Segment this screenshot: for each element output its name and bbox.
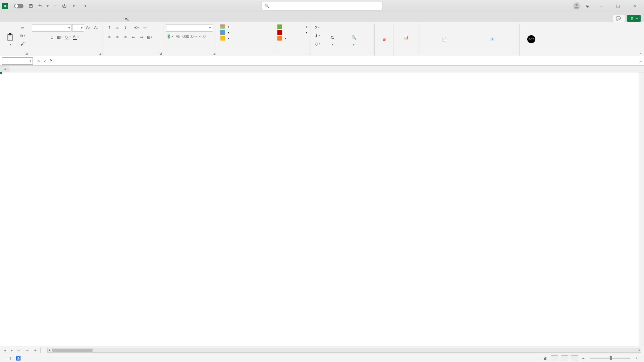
dialog-launcher-icon[interactable]: ◢ [213, 52, 215, 55]
dialog-launcher-icon[interactable]: ◢ [99, 52, 101, 55]
accept-formula-icon[interactable]: ✓ [42, 59, 48, 63]
clear-icon[interactable]: ◇ [314, 40, 321, 48]
redo-icon[interactable] [51, 2, 59, 10]
cut-icon[interactable]: ✂ [19, 24, 26, 32]
undo-icon[interactable] [36, 2, 44, 10]
align-middle-icon[interactable]: ≡ [114, 24, 121, 32]
restore-button[interactable]: ▢ [610, 1, 625, 11]
comments-button[interactable]: 💬 [613, 15, 625, 22]
align-center-icon[interactable]: ≡ [114, 34, 121, 41]
macro-record-icon[interactable]: ▢ [7, 356, 11, 361]
user-account[interactable] [571, 2, 580, 10]
fill-color-icon[interactable]: ◇ [64, 34, 71, 41]
borders-icon[interactable]: ▦ [56, 34, 63, 41]
autosum-icon[interactable]: Σ [314, 24, 321, 32]
share-button[interactable]: ⇪▾ [627, 15, 641, 22]
bold-button[interactable] [32, 34, 39, 41]
group-number: ▾ 💲 % 000 .0→ ←.0 ◢ [163, 23, 217, 56]
select-all-corner[interactable]: ◢ [0, 66, 9, 72]
dialog-launcher-icon[interactable]: ◢ [25, 52, 28, 55]
align-right-icon[interactable]: ≡ [122, 34, 129, 41]
formula-bar: ✕ ✓ fx ⌄ [0, 56, 644, 66]
pdf-links-button[interactable]: 📄 [422, 24, 467, 55]
number-format-select[interactable]: ▾ [166, 24, 213, 32]
cell-styles-button[interactable]: ▾ [220, 36, 271, 41]
paste-button[interactable]: ▾ [3, 24, 17, 55]
chatgpt-button[interactable]: GPT [522, 24, 540, 55]
font-color-icon[interactable]: A [72, 34, 79, 41]
align-left-icon[interactable]: ≡ [106, 34, 113, 41]
add-sheet-button[interactable]: ＋ [32, 347, 39, 353]
data-analysis-button[interactable]: 📊 [396, 24, 416, 51]
filename[interactable]: ▾ [83, 4, 86, 8]
orientation-icon[interactable]: ⟲ [133, 24, 141, 32]
find-icon: 🔍 [349, 33, 359, 42]
minimize-button[interactable]: ─ [594, 1, 608, 11]
vertical-scrollbar[interactable] [639, 72, 644, 347]
display-settings[interactable]: 🖥 [543, 356, 548, 361]
format-painter-icon[interactable]: 🖌 [19, 40, 26, 48]
view-pagelayout-icon[interactable] [561, 355, 568, 361]
collapse-ribbon-icon[interactable]: ⌄ [639, 51, 642, 55]
save-icon[interactable] [27, 2, 35, 10]
cond-format-icon [220, 24, 225, 29]
font-size-select[interactable]: ▾ [72, 24, 84, 32]
find-select-button[interactable]: 🔍 ▾ [344, 24, 364, 55]
sheet-nav-menu-icon[interactable]: ⋯ [15, 348, 21, 353]
sheet-more-icon[interactable]: ⋯ [23, 348, 32, 353]
format-cells-button[interactable]: ▾ [277, 36, 308, 41]
font-name-select[interactable]: ▾ [32, 24, 71, 32]
copy-icon[interactable]: ⧉ [19, 32, 26, 40]
accounting-format-icon[interactable]: 💲 [166, 33, 173, 40]
undo-dropdown-icon[interactable]: ▾ [46, 2, 50, 10]
insert-icon [277, 24, 282, 29]
percent-icon[interactable]: % [174, 33, 181, 40]
sheet-nav-next-icon[interactable]: ▸ [9, 348, 15, 353]
excel-icon: X [2, 3, 8, 9]
addins-button[interactable]: ⊞ [377, 24, 390, 55]
conditional-formatting-button[interactable]: ▾ [220, 24, 271, 29]
delete-cells-button[interactable]: ▾ [277, 30, 308, 35]
formula-input[interactable] [55, 57, 638, 65]
underline-button[interactable] [48, 34, 55, 41]
qat-customize-icon[interactable]: ▾ [70, 2, 78, 10]
pdf-outlook-button[interactable]: 📧 [468, 24, 517, 55]
format-as-table-button[interactable]: ▾ [220, 30, 271, 35]
camera-icon[interactable] [60, 2, 68, 10]
expand-formula-icon[interactable]: ⌄ [638, 59, 644, 63]
indent-increase-icon[interactable]: ⇥ [138, 34, 145, 41]
decrease-decimal-icon[interactable]: ←.0 [198, 33, 206, 40]
horizontal-scrollbar[interactable] [47, 348, 641, 353]
decrease-font-icon[interactable]: A↓ [93, 24, 100, 32]
zoom-out-button[interactable]: − [581, 356, 586, 361]
search-box[interactable]: 🔍 [262, 2, 382, 10]
spreadsheet-grid[interactable]: ◢ [0, 66, 644, 347]
search-input[interactable] [272, 4, 379, 8]
fill-icon[interactable]: ⬇ [314, 32, 321, 40]
dialog-launcher-icon[interactable]: ◢ [160, 52, 162, 55]
zoom-slider[interactable] [590, 358, 630, 359]
addins-icon: ⊞ [379, 35, 389, 44]
comma-icon[interactable]: 000 [182, 33, 190, 40]
diamond-icon[interactable]: ◈ [583, 2, 591, 10]
increase-font-icon[interactable]: A↑ [85, 24, 92, 32]
cancel-formula-icon[interactable]: ✕ [36, 59, 42, 63]
accessibility-status[interactable]: ♿ [16, 356, 22, 361]
merge-icon[interactable]: ⊞ [146, 34, 153, 41]
align-bottom-icon[interactable]: ⤓ [122, 24, 129, 32]
sheet-nav-prev-icon[interactable]: ◂ [2, 348, 8, 353]
name-box[interactable] [2, 57, 33, 65]
view-pagebreak-icon[interactable] [571, 355, 578, 361]
view-normal-icon[interactable] [551, 355, 558, 361]
align-top-icon[interactable]: ⤒ [106, 24, 113, 32]
close-button[interactable]: ✕ [627, 1, 642, 11]
sort-filter-button[interactable]: ⇅ ▾ [322, 24, 342, 55]
autosave-toggle[interactable] [14, 4, 23, 8]
increase-decimal-icon[interactable]: .0→ [190, 33, 198, 40]
fx-icon[interactable]: fx [50, 58, 53, 63]
insert-cells-button[interactable]: ▾ [277, 24, 308, 29]
italic-button[interactable] [40, 34, 47, 41]
indent-decrease-icon[interactable]: ⇤ [130, 34, 137, 41]
zoom-in-button[interactable]: + [634, 356, 639, 361]
wrap-text-icon[interactable]: ↩ [141, 24, 149, 32]
